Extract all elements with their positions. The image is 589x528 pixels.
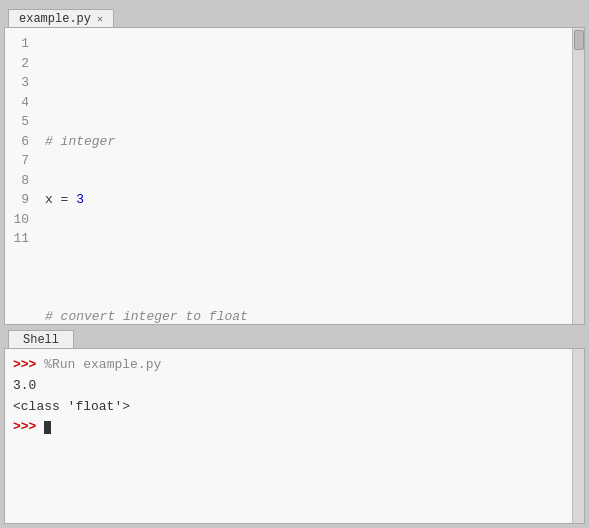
shell-output-1: 3.0 — [13, 376, 576, 397]
shell-prompt-1: >>> — [13, 357, 36, 372]
shell-prompt-2: >>> — [13, 419, 36, 434]
editor-tab[interactable]: example.py ✕ — [8, 9, 114, 28]
shell-content: >>> %Run example.py 3.0 <class 'float'> … — [13, 355, 576, 517]
editor-scrollbar[interactable] — [572, 28, 584, 324]
editor-tab-label: example.py — [19, 12, 91, 26]
code-line-4 — [45, 249, 566, 269]
shell-output-2: <class 'float'> — [13, 397, 576, 418]
shell-panel: Shell >>> %Run example.py 3.0 <class 'fl… — [4, 329, 585, 524]
editor-panel: example.py ✕ 1 2 3 4 5 6 7 8 9 10 11 # i… — [4, 4, 585, 325]
shell-tab-label: Shell — [23, 333, 59, 347]
shell-area[interactable]: >>> %Run example.py 3.0 <class 'float'> … — [4, 348, 585, 524]
editor-scrollbar-thumb[interactable] — [574, 30, 584, 50]
code-line-5: # convert integer to float — [45, 307, 566, 324]
shell-scrollbar[interactable] — [572, 349, 584, 523]
editor-area[interactable]: 1 2 3 4 5 6 7 8 9 10 11 # integer x = 3 … — [4, 27, 585, 325]
main-container: example.py ✕ 1 2 3 4 5 6 7 8 9 10 11 # i… — [0, 0, 589, 528]
shell-tab-bar: Shell — [4, 329, 585, 348]
code-line-3: x = 3 — [45, 190, 566, 210]
code-line-2: # integer — [45, 132, 566, 152]
close-tab-icon[interactable]: ✕ — [97, 13, 103, 25]
line-numbers: 1 2 3 4 5 6 7 8 9 10 11 — [5, 28, 37, 324]
code-editor[interactable]: # integer x = 3 # convert integer to flo… — [37, 28, 572, 324]
shell-tab[interactable]: Shell — [8, 330, 74, 349]
shell-input-line[interactable]: >>> — [13, 417, 576, 438]
code-line-1 — [45, 73, 566, 93]
editor-tab-bar: example.py ✕ — [4, 4, 585, 27]
shell-cursor — [44, 421, 51, 434]
shell-run-line: >>> %Run example.py — [13, 355, 576, 376]
